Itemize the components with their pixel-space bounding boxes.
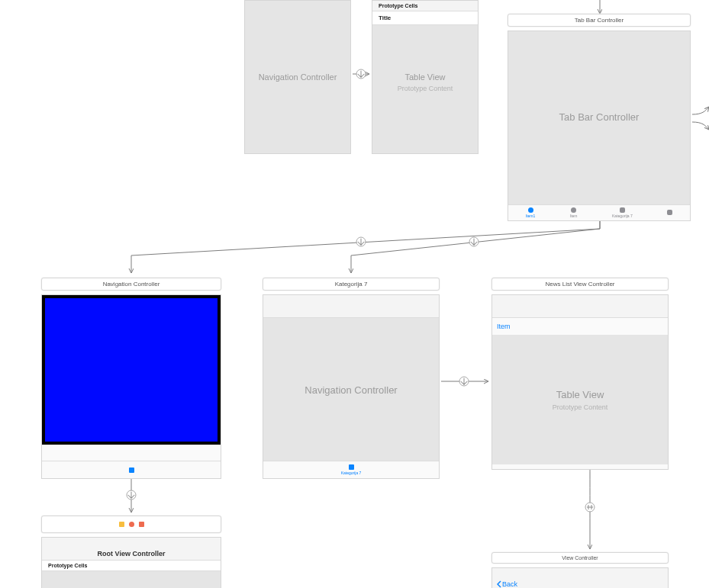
- tab-bar-controller-label: Tab Bar Controller: [559, 111, 640, 123]
- table-view-label: Table View: [405, 72, 446, 82]
- table-view-label: Table View: [556, 389, 604, 400]
- prototype-cells-header: Prototype Cells: [372, 1, 478, 11]
- svg-point-5: [585, 503, 595, 512]
- scene-title: Tab Bar Controller: [508, 14, 691, 27]
- nav-title: Root View Controller: [47, 550, 216, 557]
- table-view-sublabel: Prototype Content: [398, 85, 453, 92]
- scene-title: News List View Controller: [491, 278, 669, 291]
- tab-item-4[interactable]: [667, 210, 672, 216]
- prototype-cell-title[interactable]: Title: [372, 11, 478, 25]
- item-cell[interactable]: Item: [492, 318, 668, 335]
- navigation-bar: [492, 295, 668, 318]
- svg-point-2: [469, 237, 479, 246]
- svg-point-1: [356, 237, 366, 246]
- scene-nav-controller-top[interactable]: Navigation Controller: [244, 0, 351, 154]
- traffic-light-icon: [139, 522, 144, 527]
- svg-point-4: [127, 490, 136, 500]
- tab-item-1[interactable]: Item1: [526, 207, 536, 218]
- tab-bar: Kategorija 7: [263, 461, 439, 478]
- chevron-left-icon: [497, 580, 501, 588]
- scene-title: Kategorija 7: [263, 278, 440, 291]
- navigation-controller-label: Navigation Controller: [305, 384, 397, 396]
- tab-item-3[interactable]: Kategorija 7: [612, 207, 633, 218]
- navigation-bar: Back: [492, 568, 668, 588]
- scene-table-view-top[interactable]: Prototype Cells Title Table View Prototy…: [372, 0, 479, 154]
- square-icon: [129, 468, 134, 473]
- scene-view-controller[interactable]: View Controller Back: [491, 552, 669, 588]
- tab-bar: [42, 461, 221, 478]
- navigation-controller-label: Navigation Controller: [259, 72, 337, 82]
- navigation-bar: [263, 295, 439, 318]
- scene-news-list[interactable]: News List View Controller Item Table Vie…: [491, 278, 669, 470]
- back-button[interactable]: Back: [497, 580, 517, 588]
- traffic-light-icon: [119, 522, 124, 527]
- scene-root-view-controller[interactable]: Root View Controller Prototype Cells: [41, 516, 221, 588]
- scene-tab-bar-controller[interactable]: Tab Bar Controller Tab Bar Controller It…: [508, 14, 691, 221]
- scene-kategorija[interactable]: Kategorija 7 Navigation Controller Kateg…: [263, 278, 440, 479]
- tab-item-2[interactable]: Item: [570, 207, 578, 218]
- svg-point-3: [459, 377, 469, 386]
- tab-bar: Item1 Item Kategorija 7: [508, 204, 690, 220]
- scene-title-selected: [41, 516, 221, 533]
- scene-nav-controller-blue[interactable]: Navigation Controller: [41, 278, 221, 479]
- svg-point-0: [356, 69, 366, 79]
- square-icon: [349, 464, 354, 470]
- prototype-cells-header: Prototype Cells: [42, 561, 221, 571]
- tab-label: Kategorija 7: [341, 471, 362, 475]
- traffic-light-icon: [129, 522, 134, 527]
- scene-title: View Controller: [491, 552, 669, 564]
- table-view-sublabel: Prototype Content: [553, 403, 608, 411]
- scene-title: Navigation Controller: [41, 278, 221, 291]
- navigation-bar: Root View Controller: [42, 538, 221, 561]
